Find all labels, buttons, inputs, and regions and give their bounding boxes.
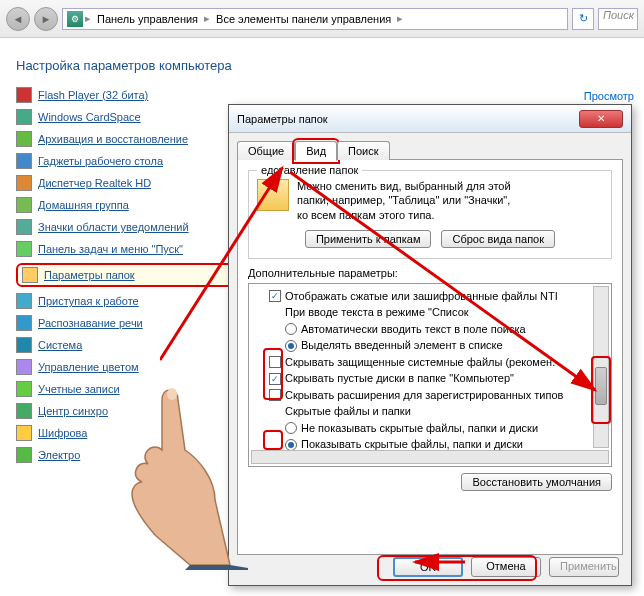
refresh-button[interactable]: ↻ — [572, 8, 594, 30]
horizontal-scrollbar[interactable] — [251, 450, 609, 464]
dialog-title: Параметры папок — [237, 113, 328, 125]
color-icon — [16, 359, 32, 375]
flash-icon — [16, 87, 32, 103]
checkbox-hide-extensions[interactable] — [269, 389, 281, 401]
cardspace-icon — [16, 109, 32, 125]
scroll-thumb[interactable] — [595, 367, 607, 405]
view-label: Просмотр — [584, 90, 634, 102]
backup-icon — [16, 131, 32, 147]
forward-button[interactable]: ► — [34, 7, 58, 31]
tab-row: Общие Вид Поиск — [237, 141, 623, 160]
advanced-settings: Отображать сжатые или зашифрованные файл… — [248, 283, 612, 467]
breadcrumb[interactable]: ⚙ ▸ Панель управления ▸ Все элементы пан… — [62, 8, 568, 30]
tab-panel: едставление папок Можно сменить вид, выб… — [237, 159, 623, 555]
checkbox-hide-protected[interactable] — [269, 356, 281, 368]
crumb-2[interactable]: Все элементы панели управления — [212, 13, 395, 25]
sync-icon — [16, 403, 32, 419]
ok-button[interactable]: OK — [393, 557, 463, 577]
folder-icon — [257, 179, 289, 211]
cancel-button[interactable]: Отмена — [471, 557, 541, 577]
folder-options-dialog: Параметры папок ✕ Общие Вид Поиск едстав… — [228, 104, 632, 586]
apply-button[interactable]: Применить — [549, 557, 619, 577]
restore-defaults-button[interactable]: Восстановить умолчания — [461, 473, 612, 491]
accounts-icon — [16, 381, 32, 397]
apply-to-folders-button[interactable]: Применить к папкам — [305, 230, 432, 248]
homegroup-icon — [16, 197, 32, 213]
checkbox[interactable] — [269, 290, 281, 302]
power-icon — [16, 447, 32, 463]
search-input[interactable]: Поиск — [598, 8, 638, 30]
radio[interactable] — [285, 422, 297, 434]
folder-view-group: едставление папок Можно сменить вид, выб… — [248, 170, 612, 259]
taskbar-icon — [16, 241, 32, 257]
encrypt-icon — [16, 425, 32, 441]
advanced-label: Дополнительные параметры: — [248, 267, 612, 279]
back-button[interactable]: ◄ — [6, 7, 30, 31]
tab-search[interactable]: Поиск — [337, 141, 389, 160]
speech-icon — [16, 315, 32, 331]
tab-view[interactable]: Вид — [295, 141, 337, 161]
control-panel-icon: ⚙ — [67, 11, 83, 27]
vertical-scrollbar[interactable] — [593, 286, 609, 448]
checkbox[interactable] — [269, 373, 281, 385]
gadgets-icon — [16, 153, 32, 169]
close-button[interactable]: ✕ — [579, 110, 623, 128]
dialog-titlebar[interactable]: Параметры папок ✕ — [229, 105, 631, 133]
system-icon — [16, 337, 32, 353]
reset-folders-button[interactable]: Сброс вида папок — [441, 230, 555, 248]
page-title: Настройка параметров компьютера — [16, 58, 628, 73]
nav-bar: ◄ ► ⚙ ▸ Панель управления ▸ Все элементы… — [0, 0, 644, 38]
radio-show-hidden[interactable] — [285, 439, 297, 451]
folder-options-icon — [22, 267, 38, 283]
tray-icon — [16, 219, 32, 235]
tab-general[interactable]: Общие — [237, 141, 295, 160]
radio[interactable] — [285, 323, 297, 335]
realtek-icon — [16, 175, 32, 191]
list-item[interactable]: Flash Player (32 бита) — [16, 87, 628, 103]
radio[interactable] — [285, 340, 297, 352]
getting-started-icon — [16, 293, 32, 309]
crumb-1[interactable]: Панель управления — [93, 13, 202, 25]
